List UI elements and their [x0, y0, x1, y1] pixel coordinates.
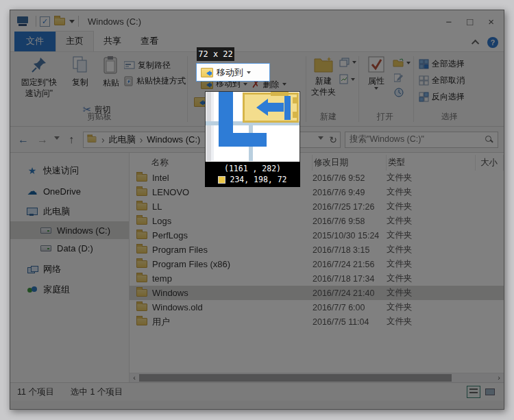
copy-button[interactable]: 复制 — [66, 56, 94, 88]
new-item-button[interactable] — [339, 74, 355, 84]
properties-qat-icon[interactable]: ✓ — [40, 16, 50, 27]
paste-button[interactable]: 粘贴 — [97, 56, 125, 88]
file-row[interactable]: Windows.old 2016/7/7 6:00 文件夹 — [130, 300, 504, 314]
tab-home[interactable]: 主页 — [56, 31, 94, 51]
magnified-pixels — [206, 92, 299, 161]
file-row[interactable]: 用户 2016/7/5 11:04 文件夹 — [130, 314, 504, 329]
window-title: Windows (C:) — [88, 16, 445, 27]
paste-icon — [103, 56, 119, 75]
breadcrumb-this-pc[interactable]: 此电脑 — [109, 134, 136, 146]
file-row-selected[interactable]: Windows 2016/7/24 21:40 文件夹 — [130, 286, 504, 300]
sidebar-item-data-d[interactable]: Data (D:) — [10, 239, 129, 257]
scroll-right-icon[interactable]: › — [494, 373, 504, 382]
group-separator — [306, 56, 306, 122]
screenshot-stage: ✓ Windows (C:) − □ × 文件 主页 共享 查看 ? — [0, 0, 514, 420]
sidebar-item-this-pc[interactable]: 此电脑 — [10, 202, 129, 221]
search-placeholder: 搜索"Windows (C:)" — [350, 134, 485, 145]
location-icon — [88, 136, 97, 143]
select-all-button[interactable]: 全部选择 — [419, 58, 465, 70]
divider — [36, 16, 36, 27]
paste-shortcut-button[interactable]: 粘贴快捷方式 — [124, 75, 186, 87]
file-name: Windows — [152, 288, 188, 298]
copy-path-icon — [124, 61, 135, 70]
sidebar-item-homegroup[interactable]: 家庭组 — [10, 280, 129, 299]
computer-icon — [27, 208, 38, 216]
scrollbar-thumb[interactable] — [139, 374, 452, 382]
file-row[interactable]: Intel 2016/7/6 9:52 文件夹 — [130, 171, 504, 185]
invert-selection-button[interactable]: 反向选择 — [419, 91, 465, 103]
file-name: temp — [152, 273, 172, 284]
help-icon[interactable]: ? — [487, 37, 498, 48]
file-row[interactable]: LL 2016/7/25 17:26 文件夹 — [130, 199, 504, 214]
edit-button[interactable] — [394, 73, 403, 82]
breadcrumb-separator: › — [99, 134, 108, 145]
file-row[interactable]: temp 2016/7/18 17:34 文件夹 — [130, 271, 504, 286]
paste-shortcut-icon — [124, 76, 134, 86]
column-header-type[interactable]: 类型 — [387, 155, 476, 171]
folder-icon — [136, 217, 147, 225]
magnifier-pixel-view — [205, 91, 300, 162]
file-row[interactable]: Logs 2016/7/6 9:58 文件夹 — [130, 214, 504, 228]
properties-icon — [368, 56, 384, 73]
history-button[interactable] — [394, 88, 404, 97]
horizontal-scrollbar[interactable]: ‹ › — [130, 373, 504, 382]
up-button[interactable]: ↑ — [64, 134, 79, 146]
pin-icon — [31, 56, 47, 74]
file-row[interactable]: Program Files 2016/7/18 3:15 文件夹 — [130, 243, 504, 257]
color-swatch — [218, 176, 225, 184]
move-to-highlighted-button[interactable]: 移动到 — [196, 63, 270, 82]
title-bar: ✓ Windows (C:) − □ × — [10, 10, 504, 32]
close-button[interactable]: × — [488, 16, 494, 27]
refresh-icon[interactable]: ↻ — [329, 134, 337, 145]
address-dropdown-icon[interactable] — [318, 136, 323, 143]
divider — [78, 16, 79, 27]
new-item-icon — [339, 58, 350, 67]
scroll-left-icon[interactable]: ‹ — [130, 373, 139, 382]
sidebar-item-quick-access[interactable]: ★ 快速访问 — [10, 161, 129, 180]
maximize-button[interactable]: □ — [467, 16, 473, 27]
file-name: 用户 — [152, 316, 170, 328]
file-row[interactable]: PerfLogs 2015/10/30 15:24 文件夹 — [130, 228, 504, 243]
pin-to-quick-access-button[interactable]: 固定到"快速访问" — [14, 56, 64, 99]
capture-size-tooltip: 72 x 22 — [197, 47, 234, 61]
details-view-button[interactable] — [467, 386, 480, 398]
file-row[interactable]: LENOVO 2016/7/6 9:49 文件夹 — [130, 185, 504, 199]
folder-icon — [136, 260, 147, 268]
minimize-button[interactable]: − — [445, 16, 452, 27]
open-button[interactable] — [393, 58, 411, 67]
folder-icon — [136, 289, 147, 297]
easy-access-button[interactable] — [339, 58, 356, 67]
column-header-date[interactable]: 修改日期 — [313, 155, 387, 171]
search-input[interactable]: 搜索"Windows (C:)" — [345, 132, 498, 148]
select-none-button[interactable]: 全部取消 — [419, 75, 465, 86]
sidebar-item-onedrive[interactable]: ☁ OneDrive — [10, 182, 129, 201]
recent-locations-icon[interactable] — [54, 136, 60, 143]
new-folder-icon — [314, 56, 333, 73]
search-icon[interactable] — [485, 136, 493, 144]
breadcrumb-separator: › — [137, 134, 146, 145]
new-folder-qat-icon[interactable] — [54, 18, 65, 25]
sidebar-item-network[interactable]: 网络 — [10, 260, 129, 279]
forward-button[interactable]: → — [35, 134, 50, 146]
file-name: LENOVO — [152, 187, 189, 197]
tab-share[interactable]: 共享 — [94, 32, 131, 51]
qat-dropdown-icon[interactable] — [69, 20, 75, 26]
large-icons-view-button[interactable] — [483, 386, 497, 398]
tab-file[interactable]: 文件 — [14, 32, 56, 51]
copy-path-button[interactable]: 复制路径 — [124, 60, 171, 71]
navigation-pane: ★ 快速访问 ☁ OneDrive 此电脑 Windows (C:) — [10, 153, 130, 382]
folder-icon — [136, 318, 147, 325]
breadcrumb-current[interactable]: Windows (C:) — [147, 134, 200, 145]
quick-access-star-icon: ★ — [27, 165, 38, 176]
folder-icon — [136, 246, 147, 254]
column-header-size[interactable]: 大小 — [476, 155, 504, 171]
onedrive-cloud-icon: ☁ — [27, 185, 38, 197]
properties-button[interactable]: 属性 — [363, 56, 390, 92]
tab-view[interactable]: 查看 — [131, 32, 168, 51]
back-button[interactable]: ← — [16, 134, 31, 146]
new-folder-button[interactable]: 新建文件夹 — [308, 56, 339, 97]
file-row[interactable]: Program Files (x86) 2016/7/24 21:56 文件夹 — [130, 257, 504, 271]
sidebar-item-windows-c[interactable]: Windows (C:) — [10, 221, 129, 239]
rgb-value: 234, 198, 72 — [230, 174, 286, 185]
minimize-ribbon-icon[interactable] — [472, 40, 479, 47]
